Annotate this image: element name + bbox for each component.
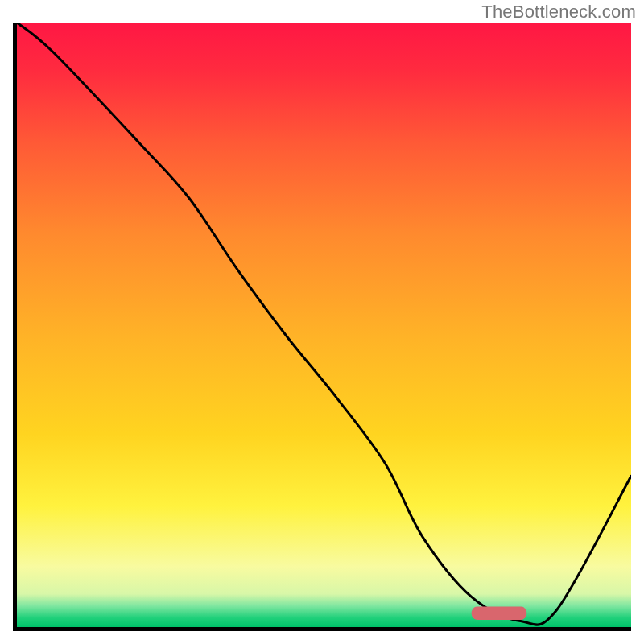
gradient-backdrop <box>17 23 631 627</box>
plot-frame <box>13 23 631 631</box>
plot-svg <box>17 23 631 627</box>
optimal-marker <box>472 606 527 620</box>
plot-area <box>17 23 631 627</box>
chart-container: TheBottleneck.com <box>0 0 644 644</box>
watermark-text: TheBottleneck.com <box>481 2 636 23</box>
